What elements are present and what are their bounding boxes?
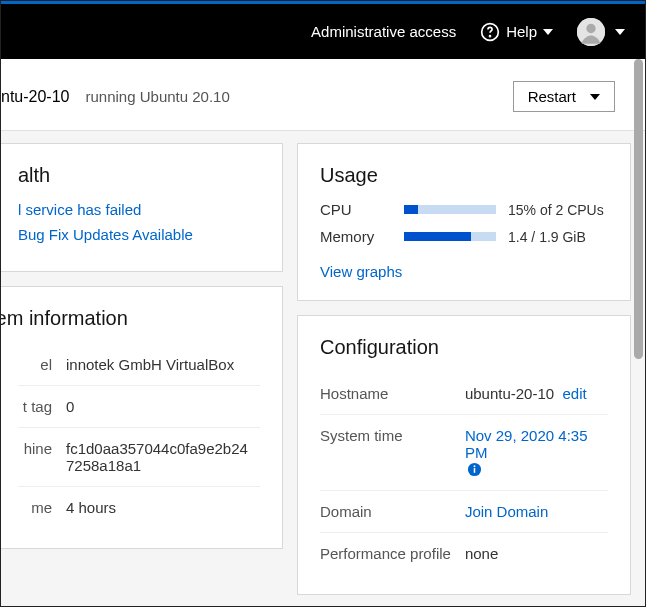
help-label: Help (506, 23, 537, 40)
help-icon (480, 22, 500, 42)
model-value: innotek GmbH VirtualBox (66, 344, 260, 386)
machine-label: hine (18, 428, 66, 487)
scrollbar[interactable] (634, 59, 643, 604)
asset-tag-label: t tag (18, 386, 66, 428)
cpu-usage-row: CPU 15% of 2 CPUs (320, 201, 608, 218)
hostname-cell: ubuntu-20-10 edit (465, 373, 608, 415)
svg-point-6 (473, 465, 475, 467)
page-title: ntu-20-10 (1, 88, 70, 106)
health-updates-link[interactable]: Bug Fix Updates Available (18, 226, 260, 243)
domain-label: Domain (320, 491, 465, 533)
memory-bar (404, 232, 496, 241)
table-row: Hostname ubuntu-20-10 edit (320, 373, 608, 415)
uptime-label: me (18, 487, 66, 529)
uptime-value: 4 hours (66, 487, 260, 529)
admin-access-label[interactable]: Administrative access (311, 23, 456, 40)
caret-down-icon (590, 94, 600, 100)
page-subtitle: running Ubuntu 20.10 (86, 88, 230, 105)
view-graphs-link[interactable]: View graphs (320, 263, 608, 280)
table-row: t tag 0 (18, 386, 260, 428)
topbar: Administrative access Help (1, 4, 645, 59)
hostname-edit-link[interactable]: edit (563, 385, 587, 402)
performance-profile-value: none (465, 533, 608, 575)
cpu-label: CPU (320, 201, 392, 218)
system-time-cell: Nov 29, 2020 4:35 PM (465, 415, 608, 491)
table-row: Domain Join Domain (320, 491, 608, 533)
svg-point-1 (490, 35, 491, 36)
user-menu[interactable] (577, 18, 625, 46)
system-info-card: tem information el innotek GmbH VirtualB… (0, 286, 283, 549)
caret-down-icon (615, 29, 625, 35)
hostname-label: Hostname (320, 373, 465, 415)
configuration-card: Configuration Hostname ubuntu-20-10 edit… (297, 315, 631, 595)
restart-label: Restart (528, 88, 576, 105)
join-domain-link[interactable]: Join Domain (465, 503, 548, 520)
hostname-value: ubuntu-20-10 (465, 385, 554, 402)
memory-usage-row: Memory 1.4 / 1.9 GiB (320, 228, 608, 245)
memory-value: 1.4 / 1.9 GiB (508, 229, 608, 245)
usage-title: Usage (320, 164, 608, 187)
restart-button[interactable]: Restart (513, 81, 615, 112)
model-label: el (18, 344, 66, 386)
svg-point-3 (586, 23, 595, 32)
health-title: alth (18, 164, 260, 187)
caret-down-icon (543, 29, 553, 35)
memory-label: Memory (320, 228, 392, 245)
help-menu[interactable]: Help (480, 22, 553, 42)
table-row: me 4 hours (18, 487, 260, 529)
system-info-title: tem information (0, 307, 260, 330)
svg-rect-5 (474, 468, 476, 473)
table-row: Performance profile none (320, 533, 608, 575)
configuration-title: Configuration (320, 336, 608, 359)
health-card: alth l service has failed Bug Fix Update… (0, 143, 283, 272)
table-row: System time Nov 29, 2020 4:35 PM (320, 415, 608, 491)
cpu-bar (404, 205, 496, 214)
scrollbar-thumb[interactable] (634, 59, 643, 359)
system-time-link[interactable]: Nov 29, 2020 4:35 PM (465, 427, 588, 461)
asset-tag-value: 0 (66, 386, 260, 428)
usage-card: Usage CPU 15% of 2 CPUs Memory 1.4 / 1.9… (297, 143, 631, 301)
health-failed-link[interactable]: l service has failed (18, 201, 260, 218)
info-icon[interactable] (467, 462, 482, 477)
content-area: alth l service has failed Bug Fix Update… (1, 131, 645, 607)
user-icon (577, 18, 605, 46)
page-header: ntu-20-10 running Ubuntu 20.10 Restart (1, 59, 645, 131)
system-time-label: System time (320, 415, 465, 491)
table-row: hine fc1d0aa357044c0fa9e2b247258a18a1 (18, 428, 260, 487)
cpu-value: 15% of 2 CPUs (508, 202, 608, 218)
performance-profile-label: Performance profile (320, 533, 465, 575)
avatar (577, 18, 605, 46)
machine-id-value: fc1d0aa357044c0fa9e2b247258a18a1 (66, 428, 260, 487)
table-row: el innotek GmbH VirtualBox (18, 344, 260, 386)
